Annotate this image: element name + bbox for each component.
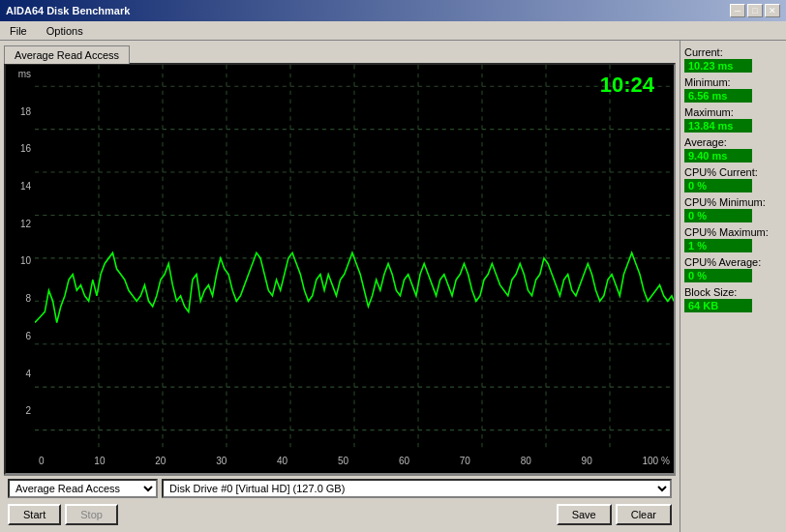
menu-options[interactable]: Options	[41, 23, 89, 39]
menu-file[interactable]: File	[4, 23, 33, 39]
close-button[interactable]: ✕	[765, 4, 780, 17]
menu-bar: File Options	[0, 21, 786, 41]
stop-button[interactable]: Stop	[65, 504, 118, 525]
stat-cpu-maximum: CPU% Maximum: 1 %	[684, 226, 782, 252]
y-axis-label: ms	[18, 69, 31, 79]
start-button[interactable]: Start	[8, 504, 61, 525]
maximum-value: 13.84 ms	[684, 119, 752, 133]
stat-cpu-average: CPU% Average: 0 %	[684, 256, 782, 282]
drive-select[interactable]: Disk Drive #0 [Virtual HD] (127.0 GB)	[162, 479, 672, 498]
chart-area: ms 18 16 14 12 10 8 6 4 2	[4, 63, 676, 475]
cpu-average-label: CPU% Average:	[684, 256, 782, 268]
stat-average: Average: 9.40 ms	[684, 136, 782, 163]
save-button[interactable]: Save	[557, 504, 612, 525]
minimum-label: Minimum:	[684, 76, 782, 88]
cpu-minimum-label: CPU% Minimum:	[684, 196, 782, 208]
left-panel: Average Read Access ms 18 16 14 12 10 8 …	[0, 41, 680, 532]
cpu-current-value: 0 %	[684, 179, 752, 192]
y-axis: ms 18 16 14 12 10 8 6 4 2	[6, 65, 35, 473]
block-size-label: Block Size:	[684, 286, 782, 298]
stat-current: Current: 10.23 ms	[684, 46, 782, 73]
stat-block-size: Block Size: 64 KB	[684, 286, 782, 312]
right-panel: Current: 10.23 ms Minimum: 6.56 ms Maxim…	[680, 41, 786, 532]
average-value: 9.40 ms	[684, 149, 752, 163]
cpu-maximum-label: CPU% Maximum:	[684, 226, 782, 238]
tab-average-read-access[interactable]: Average Read Access	[4, 45, 130, 64]
window-title: AIDA64 Disk Benchmark	[6, 5, 130, 16]
average-label: Average:	[684, 136, 782, 148]
cpu-minimum-value: 0 %	[684, 209, 752, 222]
current-value: 10.23 ms	[684, 59, 752, 73]
chart-svg	[35, 65, 674, 473]
minimize-button[interactable]: ─	[730, 4, 745, 17]
time-display: 10:24	[600, 73, 654, 98]
maximum-label: Maximum:	[684, 106, 782, 118]
controls-row: Average Read Access Disk Drive #0 [Virtu…	[4, 475, 676, 501]
action-buttons: Start Stop Save Clear	[4, 501, 676, 528]
stat-cpu-current: CPU% Current: 0 %	[684, 166, 782, 192]
stat-minimum: Minimum: 6.56 ms	[684, 76, 782, 103]
cpu-maximum-value: 1 %	[684, 239, 752, 252]
minimum-value: 6.56 ms	[684, 89, 752, 103]
stat-cpu-minimum: CPU% Minimum: 0 %	[684, 196, 782, 222]
stat-maximum: Maximum: 13.84 ms	[684, 106, 782, 133]
cpu-current-label: CPU% Current:	[684, 166, 782, 178]
maximize-button[interactable]: □	[747, 4, 763, 17]
benchmark-select[interactable]: Average Read Access	[8, 479, 158, 498]
x-axis: 0 10 20 30 40 50 60 70 80 90 100 %	[35, 454, 674, 473]
current-label: Current:	[684, 46, 782, 58]
clear-button[interactable]: Clear	[616, 504, 672, 525]
title-bar: AIDA64 Disk Benchmark ─ □ ✕	[0, 0, 786, 21]
cpu-average-value: 0 %	[684, 269, 752, 282]
block-size-value: 64 KB	[684, 299, 752, 312]
chart-body: 10:24 0 10 20 30 40 50 60 70 80 90 100 %	[35, 65, 674, 473]
